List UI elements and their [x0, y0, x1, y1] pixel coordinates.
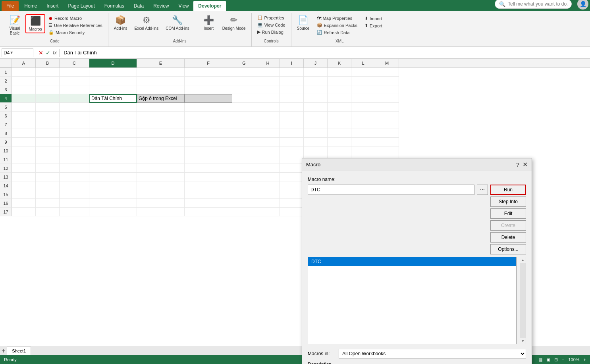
tab-review[interactable]: Review — [148, 1, 174, 11]
cell-i3[interactable] — [280, 85, 304, 94]
expansion-packs-button[interactable]: 📦 Expansion Packs — [314, 22, 360, 29]
row-header-1[interactable]: 1 — [0, 68, 12, 77]
source-button[interactable]: 📄 Source — [295, 14, 312, 32]
cell-c1[interactable] — [60, 68, 89, 77]
zoom-out-icon[interactable]: − — [562, 357, 564, 362]
cell-i16[interactable] — [280, 199, 304, 208]
cell-m3[interactable] — [375, 85, 399, 94]
cell-a11[interactable] — [12, 155, 36, 164]
cell-i12[interactable] — [280, 164, 304, 173]
cell-f8[interactable] — [185, 129, 232, 138]
cell-f10[interactable] — [185, 146, 232, 155]
cell-a13[interactable] — [12, 173, 36, 181]
macro-security-button[interactable]: 🔒 Macro Security — [46, 29, 105, 36]
cell-f1[interactable] — [185, 68, 232, 77]
row-header-2[interactable]: 2 — [0, 77, 12, 85]
cell-e17[interactable] — [137, 208, 185, 216]
tab-data[interactable]: Data — [129, 1, 148, 11]
cell-d17[interactable] — [89, 208, 137, 216]
cell-e6[interactable] — [137, 112, 185, 120]
cell-h6[interactable] — [256, 112, 280, 120]
tell-me-bar[interactable]: 🔍 — [495, 0, 572, 9]
macros-in-select[interactable]: All Open Workbooks This Workbook — [339, 349, 526, 358]
cell-g16[interactable] — [232, 199, 256, 208]
cell-a16[interactable] — [12, 199, 36, 208]
cell-b7[interactable] — [36, 120, 60, 129]
cell-d2[interactable] — [89, 77, 137, 85]
cell-e3[interactable] — [137, 85, 185, 94]
cell-h15[interactable] — [256, 190, 280, 199]
cell-f6[interactable] — [185, 112, 232, 120]
cell-a4[interactable] — [12, 94, 36, 103]
cell-k9[interactable] — [328, 138, 351, 146]
cell-m9[interactable] — [375, 138, 399, 146]
cell-g14[interactable] — [232, 181, 256, 190]
cell-a7[interactable] — [12, 120, 36, 129]
cell-b4[interactable] — [36, 94, 60, 103]
cell-j2[interactable] — [304, 77, 328, 85]
design-mode-button[interactable]: ✏ Design Mode — [220, 14, 248, 32]
cell-c16[interactable] — [60, 199, 89, 208]
cell-e2[interactable] — [137, 77, 185, 85]
cell-i1[interactable] — [280, 68, 304, 77]
cell-f9[interactable] — [185, 138, 232, 146]
col-header-h[interactable]: H — [256, 59, 280, 67]
view-page-break-icon[interactable]: ⊞ — [554, 357, 558, 362]
cell-h2[interactable] — [256, 77, 280, 85]
cell-f4[interactable] — [185, 94, 232, 103]
cell-m7[interactable] — [375, 120, 399, 129]
cell-f16[interactable] — [185, 199, 232, 208]
cell-h5[interactable] — [256, 103, 280, 112]
cell-e13[interactable] — [137, 173, 185, 181]
col-header-k[interactable]: K — [328, 59, 351, 67]
cell-g13[interactable] — [232, 173, 256, 181]
cell-c17[interactable] — [60, 208, 89, 216]
cell-i6[interactable] — [280, 112, 304, 120]
cell-b6[interactable] — [36, 112, 60, 120]
cell-f3[interactable] — [185, 85, 232, 94]
cell-b13[interactable] — [36, 173, 60, 181]
cell-i8[interactable] — [280, 129, 304, 138]
visual-basic-button[interactable]: 📝 VisualBasic — [5, 14, 25, 37]
cell-b16[interactable] — [36, 199, 60, 208]
col-header-m[interactable]: M — [375, 59, 399, 67]
cell-l4[interactable] — [351, 94, 375, 103]
cell-e5[interactable] — [137, 103, 185, 112]
row-header-4[interactable]: 4 — [0, 94, 12, 103]
cell-c14[interactable] — [60, 181, 89, 190]
cell-j6[interactable] — [304, 112, 328, 120]
row-header-13[interactable]: 13 — [0, 173, 12, 181]
cell-b15[interactable] — [36, 190, 60, 199]
cell-f11[interactable] — [185, 155, 232, 164]
cell-d12[interactable] — [89, 164, 137, 173]
cell-c10[interactable] — [60, 146, 89, 155]
cell-h8[interactable] — [256, 129, 280, 138]
cell-l3[interactable] — [351, 85, 375, 94]
cell-d11[interactable] — [89, 155, 137, 164]
cell-d1[interactable] — [89, 68, 137, 77]
cell-b3[interactable] — [36, 85, 60, 94]
cell-b10[interactable] — [36, 146, 60, 155]
cell-a17[interactable] — [12, 208, 36, 216]
cell-h17[interactable] — [256, 208, 280, 216]
cell-c5[interactable] — [60, 103, 89, 112]
row-header-6[interactable]: 6 — [0, 112, 12, 120]
cell-g10[interactable] — [232, 146, 256, 155]
row-header-7[interactable]: 7 — [0, 120, 12, 129]
cell-c7[interactable] — [60, 120, 89, 129]
cell-j7[interactable] — [304, 120, 328, 129]
col-header-l[interactable]: L — [351, 59, 375, 67]
cell-h4[interactable] — [256, 94, 280, 103]
cell-j10[interactable] — [304, 146, 328, 155]
col-header-f[interactable]: F — [185, 59, 232, 67]
properties-button[interactable]: 📋 Properties — [255, 14, 288, 21]
cell-i15[interactable] — [280, 190, 304, 199]
cell-a9[interactable] — [12, 138, 36, 146]
use-relative-references-button[interactable]: ☰ Use Relative References — [46, 22, 105, 29]
cell-c2[interactable] — [60, 77, 89, 85]
cell-l5[interactable] — [351, 103, 375, 112]
cell-e16[interactable] — [137, 199, 185, 208]
cell-d9[interactable] — [89, 138, 137, 146]
cell-a8[interactable] — [12, 129, 36, 138]
cell-m2[interactable] — [375, 77, 399, 85]
